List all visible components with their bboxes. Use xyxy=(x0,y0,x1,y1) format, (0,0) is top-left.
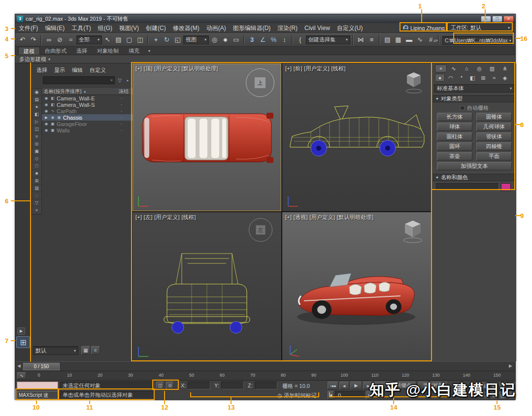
ribbon-tab-populate[interactable]: 填充 xyxy=(124,47,144,55)
select-and-move-icon[interactable]: + xyxy=(151,34,161,45)
expand-icon[interactable]: ▶ xyxy=(44,116,49,120)
display-lights-icon[interactable]: ◧ xyxy=(32,111,41,118)
select-and-link-icon[interactable]: ∞ xyxy=(44,34,54,45)
display-groups-icon[interactable]: ◎ xyxy=(32,140,41,148)
display-clear-icon[interactable]: × xyxy=(32,207,41,214)
explorer-column-header[interactable]: 名称(按升序排序) ▲ 冻结 xyxy=(42,88,133,95)
mini-curve-editor-icon[interactable]: ∿ xyxy=(17,372,26,379)
spinner-snap-icon[interactable]: ↕ xyxy=(279,34,290,45)
viewport-layout-flyout-button[interactable]: ▶ xyxy=(17,327,25,335)
viewport-layout-quad-button[interactable]: ⊞ xyxy=(16,336,30,348)
menu-edit[interactable]: 编辑(E) xyxy=(41,23,68,33)
eye-icon[interactable]: ◉ xyxy=(44,96,49,100)
ribbon-tab-freeform[interactable]: 自由形式 xyxy=(40,47,71,55)
explorer-menu-edit[interactable]: 编辑 xyxy=(68,65,86,75)
menu-animation[interactable]: 动画(A) xyxy=(203,23,230,33)
list-item[interactable]: ◉ ◧ Camera_Wall-E ◦ xyxy=(42,95,133,101)
curve-editor-icon[interactable]: ∿ xyxy=(415,34,425,45)
slider-right-arrow-icon[interactable]: ▶ xyxy=(509,363,512,368)
scene-explorer-toggle-icon[interactable]: ▤ xyxy=(382,34,393,45)
project-folder-icon[interactable]: ▱ xyxy=(431,35,441,46)
ribbon-toggle-icon[interactable]: ▬ xyxy=(404,34,414,45)
track-bar[interactable]: ∿ 0 10 20 30 40 50 60 70 80 90 100 110 1… xyxy=(15,371,515,381)
frozen-toggle-icon[interactable]: ◦ xyxy=(121,122,122,127)
redo-icon[interactable]: ↷ xyxy=(28,34,38,45)
window-crossing-icon[interactable]: ◫ xyxy=(135,34,145,45)
reference-coordinate-dropdown[interactable]: 视图 ▾ xyxy=(183,35,209,44)
display-materials-icon[interactable]: ◌ xyxy=(32,192,41,199)
filter-icon[interactable]: ▽ xyxy=(116,76,124,84)
maximize-button[interactable]: □ xyxy=(492,16,502,22)
explorer-preset-dropdown[interactable]: 默认 ▾ xyxy=(33,346,78,355)
display-geometry-icon[interactable]: ▤ xyxy=(32,96,41,103)
menu-tools[interactable]: 工具(T) xyxy=(68,23,94,33)
slider-left-arrow-icon[interactable]: ◀ xyxy=(17,363,21,368)
edit-named-selections-icon[interactable]: { xyxy=(295,34,305,45)
layer-explorer-toggle-icon[interactable]: ▦ xyxy=(393,34,403,45)
unlink-selection-icon[interactable]: ⊘ xyxy=(55,34,65,45)
frozen-toggle-icon[interactable]: ◦ xyxy=(121,109,122,114)
layer-explorer-icon[interactable]: ▦ xyxy=(81,346,90,354)
polygon-modeling-panel[interactable]: 多边形建模 xyxy=(19,56,46,63)
list-item[interactable]: ◉ ▣ Walls ◦ xyxy=(42,127,133,133)
frozen-toggle-icon[interactable]: ◦ xyxy=(121,128,122,133)
frozen-column-header[interactable]: 冻结 xyxy=(119,88,129,95)
y-coordinate-field[interactable] xyxy=(221,382,244,389)
explorer-menu-customize[interactable]: 自定义 xyxy=(86,65,109,75)
menu-group[interactable]: 组(G) xyxy=(95,23,116,33)
display-cameras-icon[interactable]: ▷ xyxy=(32,118,41,126)
time-slider[interactable]: ◀ 0 / 150 ▶ xyxy=(15,361,515,371)
bind-to-space-warp-icon[interactable]: ≈ xyxy=(66,34,76,45)
ribbon-tab-object-paint[interactable]: 对象绘制 xyxy=(92,47,124,55)
mirror-icon[interactable]: ⋈ xyxy=(356,34,366,45)
play-icon[interactable]: ▶ xyxy=(350,382,362,389)
explorer-settings-icon[interactable]: ≡ xyxy=(91,346,100,354)
list-item[interactable]: ◉ ◧ Camera_Wall-S ◦ xyxy=(42,101,133,108)
rectangular-selection-region-icon[interactable]: ▢ xyxy=(124,34,134,45)
menu-file[interactable]: 文件(F) xyxy=(15,23,41,33)
minimize-button[interactable]: – xyxy=(481,16,491,22)
select-and-rotate-icon[interactable]: ↻ xyxy=(162,34,172,45)
select-by-name-icon[interactable]: ▤ xyxy=(113,34,124,45)
list-item-selected[interactable]: ▶ ◉ ▣ Chassis ◦ xyxy=(42,114,133,121)
search-clear-icon[interactable]: × xyxy=(110,78,113,83)
percent-snap-icon[interactable]: % xyxy=(268,34,279,45)
angle-snap-icon[interactable]: ∠ xyxy=(258,34,268,45)
previous-key-icon[interactable]: ◀| xyxy=(339,382,349,389)
explorer-menu-display[interactable]: 显示 xyxy=(51,65,68,75)
eye-icon[interactable]: ◉ xyxy=(50,115,55,120)
display-filter-icon[interactable]: ▽ xyxy=(32,199,41,207)
align-icon[interactable]: ≡ xyxy=(366,34,377,45)
keyboard-override-icon[interactable]: ▭ xyxy=(231,34,241,45)
menu-views[interactable]: 视图(V) xyxy=(116,23,142,33)
ribbon-tab-selection[interactable]: 选择 xyxy=(71,47,92,55)
eye-icon[interactable]: ◉ xyxy=(44,109,49,113)
eye-icon[interactable]: ◉ xyxy=(44,122,49,126)
list-item[interactable]: ◉ ∿ CarPath ◦ xyxy=(42,108,133,114)
add-time-tag[interactable]: ◷ 添加时间标记 xyxy=(277,392,317,399)
undo-icon[interactable]: ↶ xyxy=(17,34,28,45)
close-button[interactable]: × xyxy=(503,16,514,22)
frozen-toggle-icon[interactable]: ◦ xyxy=(121,96,122,101)
named-selection-dropdown[interactable]: 创建选择集 ▾ xyxy=(306,35,350,44)
go-to-start-icon[interactable]: |◀◀ xyxy=(328,382,338,389)
display-containers-icon[interactable]: □ xyxy=(32,162,41,170)
time-slider-handle[interactable]: 0 / 150 xyxy=(23,363,60,370)
display-frozen-icon[interactable]: ■ xyxy=(32,170,41,177)
menu-civil-view[interactable]: Civil View xyxy=(301,23,333,33)
display-all-icon[interactable]: ◉ xyxy=(32,89,41,96)
display-shapes-icon[interactable]: ● xyxy=(32,103,41,111)
menu-customize[interactable]: 自定义(U) xyxy=(333,23,366,33)
name-column-header[interactable]: 名称(按升序排序) xyxy=(44,88,82,95)
display-xrefs-icon[interactable]: ▣ xyxy=(32,148,41,155)
ribbon-tab-modeling[interactable]: 建模 xyxy=(18,47,40,55)
display-bones-icon[interactable]: ◇ xyxy=(32,155,41,162)
menu-rendering[interactable]: 渲染(R) xyxy=(274,23,301,33)
current-frame-field[interactable]: 0 xyxy=(335,391,366,399)
frame-spin-down-icon[interactable]: ◀ xyxy=(328,391,334,399)
frozen-toggle-icon[interactable]: ◦ xyxy=(121,102,122,107)
explorer-menu-select[interactable]: 选择 xyxy=(33,65,51,75)
select-object-icon[interactable]: ↖ xyxy=(102,34,113,45)
menu-graph-editors[interactable]: 图形编辑器(D) xyxy=(230,23,274,33)
display-hidden-icon[interactable]: ⊞ xyxy=(32,177,41,185)
